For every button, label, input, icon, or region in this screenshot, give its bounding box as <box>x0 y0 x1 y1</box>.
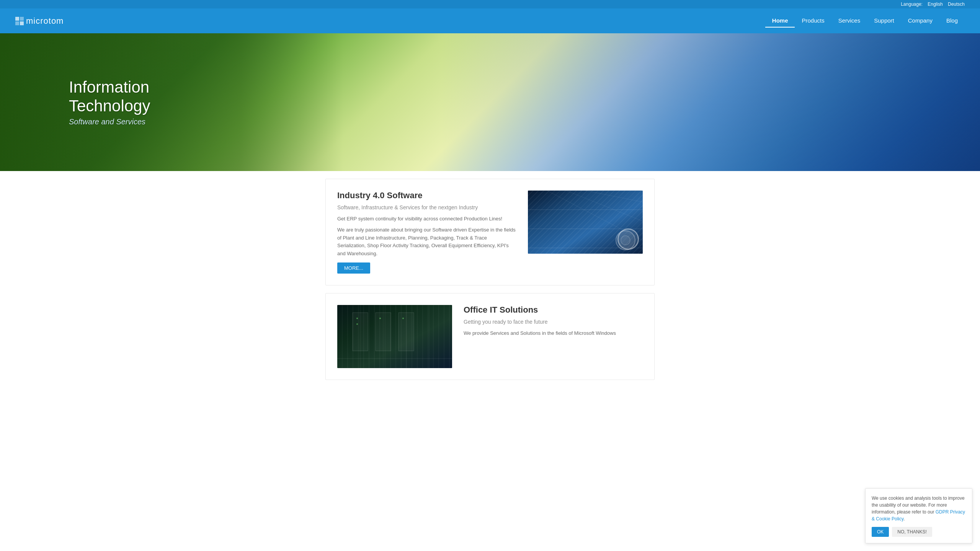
svg-point-24 <box>379 318 381 319</box>
lang-english-link[interactable]: English <box>928 2 942 7</box>
page-bottom <box>0 395 980 434</box>
svg-line-8 <box>547 191 643 240</box>
nav-blog[interactable]: Blog <box>939 14 965 28</box>
svg-rect-19 <box>353 313 368 351</box>
industry-body: Get ERP system continuity for visibility… <box>337 215 516 258</box>
logo-icon <box>15 17 24 25</box>
office-image-visual <box>337 305 452 368</box>
nav-products[interactable]: Products <box>795 14 831 28</box>
hero-building-overlay <box>441 33 980 171</box>
language-bar: Language: English Deutsch <box>0 0 980 8</box>
industry-image-visual <box>528 191 643 254</box>
nav-company[interactable]: Company <box>901 14 939 28</box>
office-body-1: We provide Services and Solutions in the… <box>464 329 643 337</box>
main-content: Industry 4.0 Software Software, Infrastr… <box>318 171 662 395</box>
hero-title-line2: Technology <box>69 97 150 115</box>
hero-subtitle: Software and Services <box>69 117 150 126</box>
server-svg <box>337 305 452 368</box>
industry-body-2: We are truly passionate about bringing o… <box>337 226 516 258</box>
svg-point-25 <box>402 318 404 319</box>
hero-content: Information Technology Software and Serv… <box>0 78 150 126</box>
svg-rect-21 <box>399 313 414 351</box>
svg-rect-1 <box>20 17 24 21</box>
nav-services[interactable]: Services <box>831 14 867 28</box>
nav-support[interactable]: Support <box>867 14 901 28</box>
hero-section: Information Technology Software and Serv… <box>0 33 980 171</box>
logo[interactable]: microtom <box>15 16 64 26</box>
svg-point-11 <box>616 231 635 250</box>
industry-image <box>528 191 643 254</box>
office-text: Office IT Solutions Getting you ready to… <box>464 305 643 342</box>
svg-rect-0 <box>15 17 19 21</box>
svg-point-23 <box>356 323 358 325</box>
nav-home[interactable]: Home <box>765 14 795 28</box>
svg-line-9 <box>566 191 643 221</box>
industry-subtitle: Software, Infrastructure & Services for … <box>337 204 516 210</box>
svg-point-22 <box>356 318 358 319</box>
language-label: Language: <box>901 2 923 7</box>
svg-line-10 <box>585 191 643 202</box>
industry-section: Industry 4.0 Software Software, Infrastr… <box>325 179 655 285</box>
office-title: Office IT Solutions <box>464 305 643 315</box>
lang-deutsch-link[interactable]: Deutsch <box>948 2 965 7</box>
industry-more-button[interactable]: MORE... <box>337 262 370 274</box>
svg-rect-13 <box>337 305 452 368</box>
svg-rect-2 <box>15 21 19 25</box>
hero-title: Information Technology <box>69 78 150 115</box>
svg-rect-20 <box>376 313 391 351</box>
nav-links: Home Products Services Support Company B… <box>765 14 965 28</box>
navbar: microtom Home Products Services Support … <box>0 8 980 33</box>
svg-rect-4 <box>528 191 643 254</box>
office-body: We provide Services and Solutions in the… <box>464 329 643 337</box>
industry-body-1: Get ERP system continuity for visibility… <box>337 215 516 223</box>
industry-title: Industry 4.0 Software <box>337 191 516 201</box>
hero-title-line1: Information <box>69 78 150 96</box>
svg-point-12 <box>621 236 630 245</box>
office-image <box>337 305 452 368</box>
conveyor-svg <box>528 191 643 254</box>
office-section: Office IT Solutions Getting you ready to… <box>325 293 655 380</box>
svg-rect-3 <box>20 21 24 25</box>
industry-text: Industry 4.0 Software Software, Infrastr… <box>337 191 516 274</box>
logo-text: microtom <box>26 16 64 26</box>
office-subtitle: Getting you ready to face the future <box>464 319 643 325</box>
